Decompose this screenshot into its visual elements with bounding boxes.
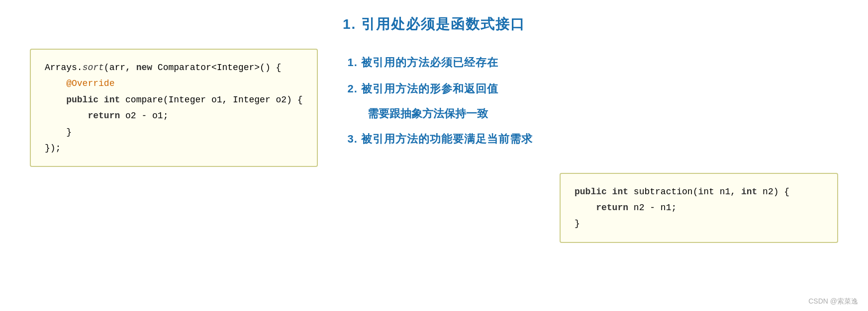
rule-item-2: 2. 被引用方法的形参和返回值	[348, 80, 838, 97]
rule-item-1: 1. 被引用的方法必须已经存在	[348, 54, 838, 71]
rules-list: 1. 被引用的方法必须已经存在 2. 被引用方法的形参和返回值 需要跟抽象方法保…	[348, 49, 838, 148]
code-line-b1: public int subtraction(int n1, int n2) {…	[575, 187, 789, 229]
watermark: CSDN @索菜逸	[808, 297, 858, 306]
rule-item-2-sub: 需要跟抽象方法保持一致	[348, 106, 838, 121]
left-panel: Arrays.sort(arr, new Comparator<Integer>…	[30, 49, 318, 167]
code-block-2: public int subtraction(int n1, int n2) {…	[560, 173, 838, 243]
right-panel: 1. 被引用的方法必须已经存在 2. 被引用方法的形参和返回值 需要跟抽象方法保…	[348, 49, 838, 243]
page-title: 1. 引用处必须是函数式接口	[30, 15, 838, 34]
code-line-1: Arrays.sort(arr, new Comparator<Integer>…	[45, 63, 303, 153]
page-container: 1. 引用处必须是函数式接口 Arrays.sort(arr, new Comp…	[0, 0, 868, 311]
code-block-1: Arrays.sort(arr, new Comparator<Integer>…	[30, 49, 318, 167]
rule-item-3: 3. 被引用方法的功能要满足当前需求	[348, 130, 838, 148]
main-content: Arrays.sort(arr, new Comparator<Integer>…	[30, 49, 838, 243]
bottom-section: public int subtraction(int n1, int n2) {…	[348, 168, 838, 243]
